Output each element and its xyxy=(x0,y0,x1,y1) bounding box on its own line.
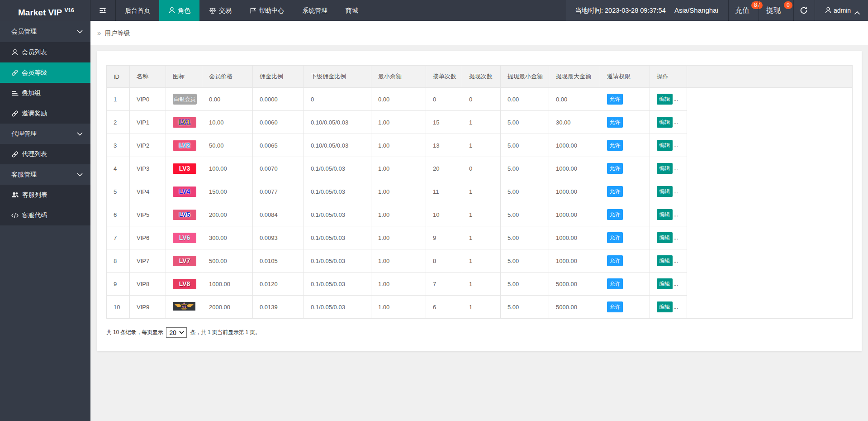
svg-text:V9: V9 xyxy=(182,305,186,309)
